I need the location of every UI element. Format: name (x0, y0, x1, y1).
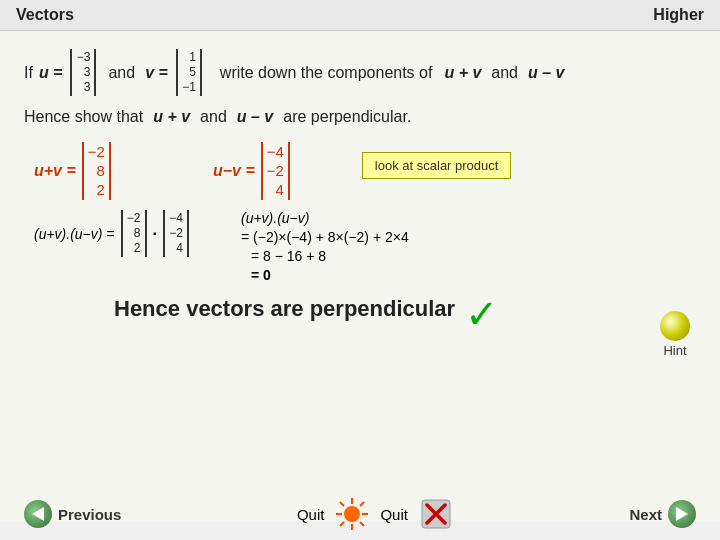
dot-product-area: (u+v).(u−v) = −2 8 2 · −4 −2 4 (u+v).(u−… (34, 210, 696, 283)
header-title: Vectors (16, 6, 74, 24)
uv-add-result: u+v = −2 8 2 (34, 142, 113, 200)
dot-rhs-label: (u+v).(u−v) (241, 210, 409, 226)
uv-sub-result-label: u−v = (213, 162, 255, 180)
and-label-1: and (108, 64, 135, 82)
dot-product-rhs: (u+v).(u−v) = (−2)×(−4) + 8×(−2) + 2×4 =… (241, 210, 409, 283)
previous-button[interactable]: Previous (24, 500, 121, 528)
quit-area: Quit Quit (297, 496, 454, 532)
hence-perp-text: Hence vectors are perpendicular (114, 296, 455, 322)
hence-suffix: are perpendicular. (283, 108, 411, 126)
svg-line-6 (360, 522, 364, 526)
main-content: If u = −3 3 3 and v = 1 5 −1 write down … (0, 31, 720, 521)
next-button[interactable]: Next (629, 500, 696, 528)
svg-line-8 (340, 522, 344, 526)
footer: Previous Quit Quit (0, 496, 720, 532)
next-arrow-icon (676, 507, 688, 521)
dot-m1: −2 8 2 (121, 210, 147, 257)
hence-perp-line: Hence vectors are perpendicular ✓ (34, 291, 696, 337)
dot-line3: = 0 (251, 267, 409, 283)
hence-uv-add: u + v (153, 108, 190, 126)
if-line: If u = −3 3 3 and v = 1 5 −1 write down … (24, 49, 696, 96)
next-label: Next (629, 506, 662, 523)
previous-label: Previous (58, 506, 121, 523)
previous-arrow-icon (32, 507, 44, 521)
dot-dot: · (153, 225, 157, 243)
scalar-product-button[interactable]: look at scalar product (362, 152, 512, 179)
v-label: v = (145, 64, 168, 82)
uv-add-inline: u + v (444, 64, 481, 82)
header-right: Higher (653, 6, 704, 24)
u-label: u = (39, 64, 63, 82)
vector-results-row: u+v = −2 8 2 u−v = −4 −2 4 look at scala… (34, 142, 696, 200)
dot-rhs-eq: = (−2)×(−4) + 8×(−2) + 2×4 (241, 229, 409, 245)
svg-line-5 (340, 502, 344, 506)
write-down-text: write down the components of (220, 64, 433, 82)
if-label: If (24, 64, 33, 82)
hence-uv-sub: u – v (237, 108, 273, 126)
sun-svg (334, 496, 370, 532)
dot-product-lhs: (u+v).(u−v) = −2 8 2 · −4 −2 4 (34, 210, 191, 257)
x-cancel-icon[interactable] (418, 496, 454, 532)
dot-lhs-label: (u+v).(u−v) = (34, 226, 115, 242)
uv-sub-matrix: −4 −2 4 (261, 142, 290, 200)
and-label-2: and (491, 64, 518, 82)
checkmark-icon: ✓ (465, 291, 499, 337)
dot-line2: = 8 − 16 + 8 (251, 248, 409, 264)
svg-line-7 (360, 502, 364, 506)
hint-label: Hint (663, 343, 686, 358)
u-matrix: −3 3 3 (70, 49, 96, 96)
hence-and: and (200, 108, 227, 126)
hence-text: Hence show that (24, 108, 143, 126)
uv-sub-inline: u – v (528, 64, 564, 82)
uv-sub-result: u−v = −4 −2 4 (213, 142, 292, 200)
header: Vectors Higher (0, 0, 720, 31)
quit-label-2[interactable]: Quit (380, 506, 408, 523)
hint-sphere-icon (660, 311, 690, 341)
dot-m2: −4 −2 4 (163, 210, 189, 257)
uv-add-matrix: −2 8 2 (82, 142, 111, 200)
v-matrix: 1 5 −1 (176, 49, 202, 96)
hence-show-line: Hence show that u + v and u – v are perp… (24, 108, 696, 126)
quit-label-1[interactable]: Quit (297, 506, 325, 523)
svg-point-0 (344, 506, 360, 522)
x-svg (420, 498, 452, 530)
hint-area[interactable]: Hint (660, 311, 690, 358)
sun-quit-icon[interactable] (334, 496, 370, 532)
uv-add-result-label: u+v = (34, 162, 76, 180)
